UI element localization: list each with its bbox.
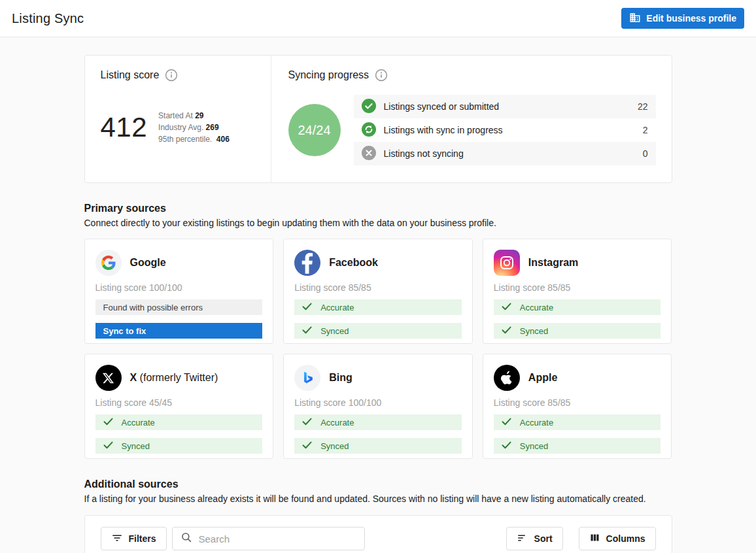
columns-button[interactable]: Columns bbox=[579, 527, 656, 550]
source-score: Listing score 85/85 bbox=[494, 282, 661, 293]
info-icon[interactable] bbox=[165, 69, 178, 82]
facebook-logo-icon bbox=[294, 250, 320, 276]
check-icon bbox=[502, 326, 511, 336]
sync-progress-rows: Listings synced or submitted 22 Listings… bbox=[354, 95, 656, 165]
cancel-circle-icon bbox=[362, 146, 376, 162]
search-icon bbox=[180, 531, 192, 546]
source-score: Listing score 85/85 bbox=[494, 397, 661, 408]
status-synced: Synced bbox=[494, 323, 661, 339]
sync-row-value: 22 bbox=[638, 101, 648, 112]
primary-sources-heading: Primary sources bbox=[84, 203, 672, 214]
sync-row-value: 0 bbox=[643, 148, 648, 159]
check-icon bbox=[302, 303, 312, 312]
sync-to-fix-button[interactable]: Sync to fix bbox=[95, 323, 263, 339]
edit-business-profile-button[interactable]: Edit business profile bbox=[621, 8, 744, 29]
listing-score-value: 412 bbox=[101, 112, 148, 143]
source-card-google: Google Listing score 100/100 Found with … bbox=[84, 239, 274, 344]
source-name: X bbox=[130, 372, 137, 383]
primary-sources-grid: Google Listing score 100/100 Found with … bbox=[84, 239, 672, 459]
check-icon bbox=[302, 418, 312, 427]
sort-icon bbox=[517, 532, 528, 546]
sync-row-synced: Listings synced or submitted 22 bbox=[354, 95, 656, 118]
sync-row-not-syncing: Listings not syncing 0 bbox=[354, 142, 656, 165]
source-card-facebook: Facebook Listing score 85/85 Accurate Sy… bbox=[283, 239, 473, 344]
check-icon bbox=[502, 418, 511, 427]
source-card-apple: Apple Listing score 85/85 Accurate Synce… bbox=[483, 354, 672, 459]
info-icon[interactable] bbox=[375, 69, 388, 82]
source-card-bing: Bing Listing score 100/100 Accurate Sync… bbox=[283, 354, 473, 459]
filters-button[interactable]: Filters bbox=[101, 527, 167, 550]
apple-logo-icon bbox=[494, 365, 520, 391]
primary-sources-description: Connect directly to your existing listin… bbox=[84, 218, 672, 228]
check-icon bbox=[502, 441, 511, 451]
source-name-suffix: (formerly Twitter) bbox=[137, 372, 218, 383]
source-name: Apple bbox=[528, 372, 557, 383]
building-icon bbox=[629, 12, 641, 25]
sync-row-value: 2 bbox=[643, 125, 648, 135]
filter-icon bbox=[111, 532, 123, 546]
sync-row-label: Listings not syncing bbox=[384, 148, 464, 159]
instagram-logo-icon bbox=[494, 250, 520, 276]
status-found-with-errors: Found with possible errors bbox=[95, 299, 263, 315]
top-bar: Listing Sync Edit business profile bbox=[0, 0, 756, 37]
page-title: Listing Sync bbox=[12, 11, 84, 26]
status-accurate: Accurate bbox=[95, 414, 263, 430]
x-logo-icon bbox=[95, 365, 122, 391]
listing-score-section: Listing score 412 Started At 29 Industry… bbox=[85, 56, 271, 182]
source-name: Bing bbox=[329, 372, 352, 383]
sync-progress-badge: 24/24 bbox=[288, 104, 341, 156]
status-accurate: Accurate bbox=[494, 414, 661, 430]
google-logo-icon bbox=[95, 250, 122, 276]
source-name: Google bbox=[130, 257, 166, 268]
stat-industry-avg: Industry Avg. 269 bbox=[158, 122, 230, 133]
status-synced: Synced bbox=[95, 438, 263, 454]
sort-label: Sort bbox=[534, 533, 553, 544]
status-accurate: Accurate bbox=[294, 299, 462, 315]
additional-sources-description: If a listing for your business already e… bbox=[84, 494, 672, 504]
check-icon bbox=[302, 326, 312, 336]
check-icon bbox=[502, 303, 511, 312]
check-icon bbox=[302, 441, 312, 451]
status-synced: Synced bbox=[294, 323, 462, 339]
listing-score-stats: Started At 29 Industry Avg. 269 95th per… bbox=[158, 110, 230, 145]
source-score: Listing score 85/85 bbox=[294, 282, 462, 293]
sync-row-in-progress: Listings with sync in progress 2 bbox=[354, 118, 656, 142]
check-icon bbox=[103, 441, 113, 451]
filters-label: Filters bbox=[129, 533, 156, 544]
check-circle-icon bbox=[362, 99, 376, 115]
additional-sources-table-card: Filters Sort Colu bbox=[84, 515, 672, 553]
sync-row-label: Listings synced or submitted bbox=[384, 101, 500, 112]
stat-95th-percentile: 95th percentile. 406 bbox=[158, 133, 230, 145]
source-card-x-twitter: X (formerly Twitter) Listing score 45/45… bbox=[84, 354, 274, 459]
check-icon bbox=[103, 418, 113, 427]
search-input[interactable] bbox=[199, 533, 356, 545]
source-card-instagram: Instagram Listing score 85/85 Accurate S… bbox=[483, 239, 672, 344]
bing-logo-icon bbox=[294, 365, 320, 391]
source-name: Facebook bbox=[329, 257, 378, 268]
syncing-progress-section: Syncing progress 24/24 Listings synced o… bbox=[271, 56, 672, 182]
source-score: Listing score 100/100 bbox=[294, 397, 462, 408]
search-box[interactable] bbox=[172, 527, 365, 550]
listing-score-title: Listing score bbox=[101, 69, 160, 81]
status-accurate: Accurate bbox=[294, 414, 462, 430]
sync-row-label: Listings with sync in progress bbox=[384, 125, 503, 135]
table-toolbar: Filters Sort Colu bbox=[85, 516, 672, 553]
additional-sources-heading: Additional sources bbox=[84, 478, 672, 490]
sync-circle-icon bbox=[362, 122, 376, 139]
source-score: Listing score 45/45 bbox=[95, 397, 263, 408]
summary-card: Listing score 412 Started At 29 Industry… bbox=[84, 55, 672, 183]
source-score: Listing score 100/100 bbox=[95, 282, 263, 293]
edit-business-profile-label: Edit business profile bbox=[646, 13, 736, 24]
columns-label: Columns bbox=[606, 533, 645, 544]
columns-icon bbox=[589, 532, 600, 545]
status-accurate: Accurate bbox=[494, 299, 661, 315]
syncing-progress-title: Syncing progress bbox=[288, 69, 369, 81]
stat-started-at: Started At 29 bbox=[158, 110, 230, 122]
sort-button[interactable]: Sort bbox=[506, 527, 563, 550]
status-synced: Synced bbox=[494, 438, 661, 454]
status-synced: Synced bbox=[294, 438, 462, 454]
source-name: Instagram bbox=[528, 257, 578, 268]
